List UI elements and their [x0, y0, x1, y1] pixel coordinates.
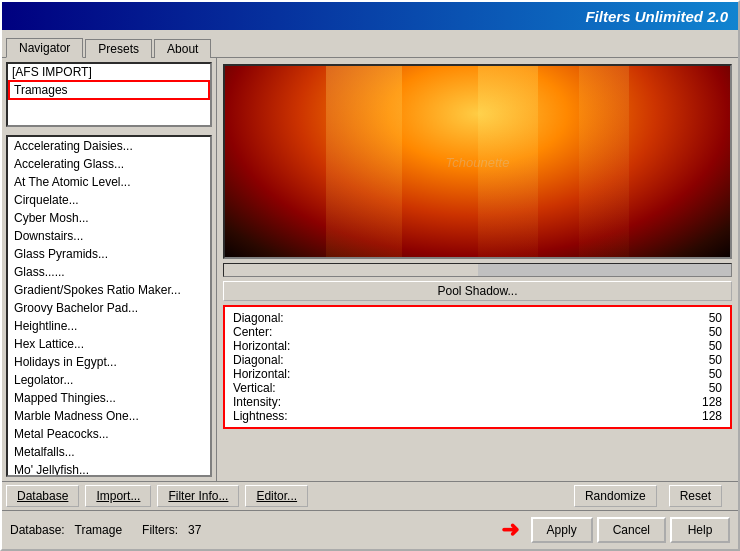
filter-info-button[interactable]: Filter Info... [157, 485, 239, 507]
reset-button[interactable]: Reset [669, 485, 722, 507]
param-row: Diagonal: 50 [233, 311, 722, 325]
category-afs-import[interactable]: [AFS IMPORT] [8, 64, 210, 80]
list-item[interactable]: Mapped Thingies... [8, 389, 210, 407]
param-row: Lightness: 128 [233, 409, 722, 423]
list-item[interactable]: Gradient/Spokes Ratio Maker... [8, 281, 210, 299]
slider-bar[interactable] [223, 263, 732, 277]
filter-name-bar: Pool Shadow... [223, 281, 732, 301]
toolbar: Database Import... Filter Info... Editor… [2, 481, 738, 511]
import-button[interactable]: Import... [85, 485, 151, 507]
list-item[interactable]: Hex Lattice... [8, 335, 210, 353]
list-item[interactable]: Downstairs... [8, 227, 210, 245]
action-buttons: ➜ Apply Cancel Help [531, 517, 730, 543]
list-item[interactable]: Cyber Mosh... [8, 209, 210, 227]
status-bar: Database: Tramage Filters: 37 ➜ Apply Ca… [2, 511, 738, 549]
list-item[interactable]: Legolator... [8, 371, 210, 389]
list-item[interactable]: Holidays in Egypt... [8, 353, 210, 371]
param-row: Horizontal: 50 [233, 339, 722, 353]
list-item[interactable]: Heightline... [8, 317, 210, 335]
app-title: Filters Unlimited 2.0 [585, 8, 728, 25]
filter-list[interactable]: Accelerating Daisies... Accelerating Gla… [6, 135, 212, 477]
list-item[interactable]: Glass...... [8, 263, 210, 281]
list-item[interactable]: Mo' Jellyfish... [8, 461, 210, 477]
preview-image: Tchounette [223, 64, 732, 259]
tab-navigator[interactable]: Navigator [6, 38, 83, 58]
cancel-button[interactable]: Cancel [597, 517, 666, 543]
param-row: Diagonal: 50 [233, 353, 722, 367]
status-info: Database: Tramage Filters: 37 [10, 523, 201, 537]
list-item[interactable]: Groovy Bachelor Pad... [8, 299, 210, 317]
param-row: Center: 50 [233, 325, 722, 339]
list-item[interactable]: Metalfalls... [8, 443, 210, 461]
list-item[interactable]: Cirquelate... [8, 191, 210, 209]
help-button[interactable]: Help [670, 517, 730, 543]
arrow-indicator: ➜ [501, 517, 519, 543]
list-item[interactable]: Marble Madness One... [8, 407, 210, 425]
title-bar: Filters Unlimited 2.0 [2, 2, 738, 30]
category-tramages[interactable]: Tramages [8, 80, 210, 100]
database-button[interactable]: Database [6, 485, 79, 507]
left-panel: [AFS IMPORT] Tramages Accelerating Daisi… [2, 58, 217, 481]
list-item[interactable]: At The Atomic Level... [8, 173, 210, 191]
randomize-button[interactable]: Randomize [574, 485, 657, 507]
list-item[interactable]: Glass Pyramids... [8, 245, 210, 263]
filters-status: Filters: 37 [142, 523, 201, 537]
category-list[interactable]: [AFS IMPORT] Tramages [6, 62, 212, 127]
tab-about[interactable]: About [154, 39, 211, 58]
tab-presets[interactable]: Presets [85, 39, 152, 58]
list-item[interactable]: Metal Peacocks... [8, 425, 210, 443]
right-panel: Tchounette Pool Shadow... Diagonal: 50 [217, 58, 738, 481]
param-row: Horizontal: 50 [233, 367, 722, 381]
database-status: Database: Tramage [10, 523, 122, 537]
editor-button[interactable]: Editor... [245, 485, 308, 507]
tab-bar: Navigator Presets About [2, 30, 738, 58]
param-row: Vertical: 50 [233, 381, 722, 395]
list-item[interactable]: Accelerating Glass... [8, 155, 210, 173]
apply-button[interactable]: Apply [531, 517, 593, 543]
param-row: Intensity: 128 [233, 395, 722, 409]
params-panel: Diagonal: 50 Center: 50 Horizontal: 50 D… [223, 305, 732, 429]
list-item[interactable]: Accelerating Daisies... [8, 137, 210, 155]
